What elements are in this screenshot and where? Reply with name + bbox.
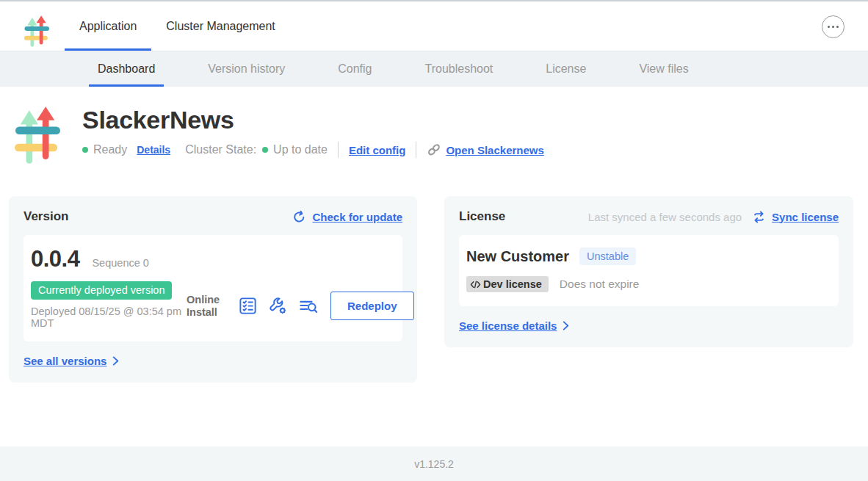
- tab-view-files-label: View files: [639, 62, 688, 76]
- redeploy-button[interactable]: Redeploy: [330, 292, 414, 320]
- check-for-update-label: Check for update: [312, 211, 402, 223]
- app-header: SlackerNews Ready Details Cluster State:…: [0, 87, 868, 165]
- sequence-label: Sequence 0: [92, 257, 148, 269]
- version-card: Version Check for update: [9, 196, 417, 383]
- cluster-state-dot-icon: [262, 147, 268, 153]
- tab-view-files[interactable]: View files: [630, 51, 697, 87]
- ellipsis-icon: [828, 26, 831, 29]
- license-type-badge: Dev license: [466, 276, 549, 292]
- page-title: SlackerNews: [82, 106, 544, 134]
- customer-name: New Customer: [466, 248, 569, 265]
- open-app-link[interactable]: Open Slackernews: [446, 144, 543, 156]
- console-version: v1.125.2: [414, 458, 454, 470]
- version-card-header: Version Check for update: [23, 209, 402, 224]
- app-status-row: Ready Details Cluster State: Up to date …: [82, 142, 544, 158]
- sync-license-label: Sync license: [772, 211, 839, 223]
- top-nav: Application Cluster Management: [0, 0, 868, 51]
- preflight-checklist-icon[interactable]: [238, 296, 258, 316]
- chevron-right-icon: [112, 356, 120, 366]
- install-type-label: Online Install: [187, 294, 228, 317]
- tab-license[interactable]: License: [537, 51, 595, 87]
- license-card-title: License: [459, 209, 505, 224]
- app-header-text: SlackerNews Ready Details Cluster State:…: [82, 106, 544, 165]
- cluster-state-value: Up to date: [273, 143, 328, 156]
- tab-troubleshoot[interactable]: Troubleshoot: [416, 51, 502, 87]
- console-footer: v1.125.2: [0, 446, 868, 481]
- see-license-details-link[interactable]: See license details: [459, 319, 570, 332]
- customer-row: New Customer Unstable: [466, 247, 824, 265]
- app-status-dot-icon: [82, 147, 88, 153]
- app-sub-nav: Dashboard Version history Config Trouble…: [0, 51, 868, 87]
- diff-search-icon[interactable]: [298, 296, 319, 316]
- cluster-state-label: Cluster State:: [185, 143, 256, 156]
- tab-dashboard-label: Dashboard: [98, 62, 155, 76]
- tab-version-history-label: Version history: [208, 62, 285, 76]
- license-panel: New Customer Unstable Dev license: [459, 235, 839, 306]
- see-all-versions-link[interactable]: See all versions: [23, 355, 120, 367]
- version-card-title: Version: [23, 209, 68, 224]
- edit-config-link[interactable]: Edit config: [349, 144, 406, 156]
- license-card-header: License Last synced a few seconds ago: [459, 209, 839, 224]
- deployed-status-badge: Currently deployed version: [31, 281, 172, 300]
- tab-license-label: License: [546, 62, 586, 76]
- version-actions: Online Install: [187, 283, 414, 329]
- divider: [416, 142, 416, 158]
- tab-application-label: Application: [79, 20, 137, 33]
- sync-arrows-icon: [752, 210, 766, 224]
- see-all-versions-label: See all versions: [23, 355, 106, 367]
- current-version-panel: 0.0.4 Sequence 0 Currently deployed vers…: [23, 235, 402, 341]
- license-type-label: Dev license: [483, 278, 542, 290]
- tab-version-history[interactable]: Version history: [199, 51, 294, 87]
- check-for-update-link[interactable]: Check for update: [292, 210, 402, 224]
- tab-cluster-management-label: Cluster Management: [166, 20, 275, 33]
- license-meta-row: Dev license Does not expire: [466, 276, 824, 292]
- tab-config[interactable]: Config: [329, 51, 380, 87]
- last-synced-text: Last synced a few seconds ago: [588, 211, 742, 223]
- config-wrench-gear-icon[interactable]: [268, 296, 288, 316]
- top-nav-tabs: Application Cluster Management: [65, 1, 290, 51]
- status-details-link[interactable]: Details: [137, 144, 170, 156]
- deployed-timestamp: Deployed 08/15/25 @ 03:54 pm MDT: [31, 306, 187, 329]
- tab-config-label: Config: [338, 62, 372, 76]
- version-action-icons: [238, 296, 319, 316]
- tab-application[interactable]: Application: [65, 1, 151, 51]
- sync-license-link[interactable]: Sync license: [752, 210, 839, 224]
- tab-troubleshoot-label: Troubleshoot: [424, 62, 493, 76]
- refresh-icon: [292, 210, 306, 224]
- chevron-right-icon: [562, 321, 570, 330]
- license-card: License Last synced a few seconds ago: [444, 196, 853, 347]
- divider: [338, 142, 339, 158]
- version-body: Currently deployed version Deployed 08/1…: [31, 281, 388, 329]
- deploy-info-column: Currently deployed version Deployed 08/1…: [31, 281, 187, 329]
- version-number-row: 0.0.4 Sequence 0: [31, 246, 388, 272]
- tab-cluster-management[interactable]: Cluster Management: [151, 1, 290, 51]
- overflow-menu-button[interactable]: [822, 15, 845, 38]
- see-license-details-label: See license details: [459, 319, 557, 332]
- slackernews-logo-large-icon: [15, 106, 60, 165]
- code-brackets-icon: [470, 280, 481, 289]
- slackernews-logo-icon: [24, 12, 49, 51]
- app-status-text: Ready: [93, 143, 127, 156]
- admin-console-page: Application Cluster Management Dashboard…: [0, 0, 868, 481]
- version-number: 0.0.4: [31, 246, 79, 272]
- channel-badge: Unstable: [579, 247, 636, 265]
- chain-link-icon: [427, 142, 441, 157]
- dashboard-cards: Version Check for update: [0, 196, 868, 383]
- dashboard-main: SlackerNews Ready Details Cluster State:…: [0, 87, 868, 446]
- tab-dashboard[interactable]: Dashboard: [89, 51, 164, 87]
- license-expiration: Does not expire: [560, 278, 640, 291]
